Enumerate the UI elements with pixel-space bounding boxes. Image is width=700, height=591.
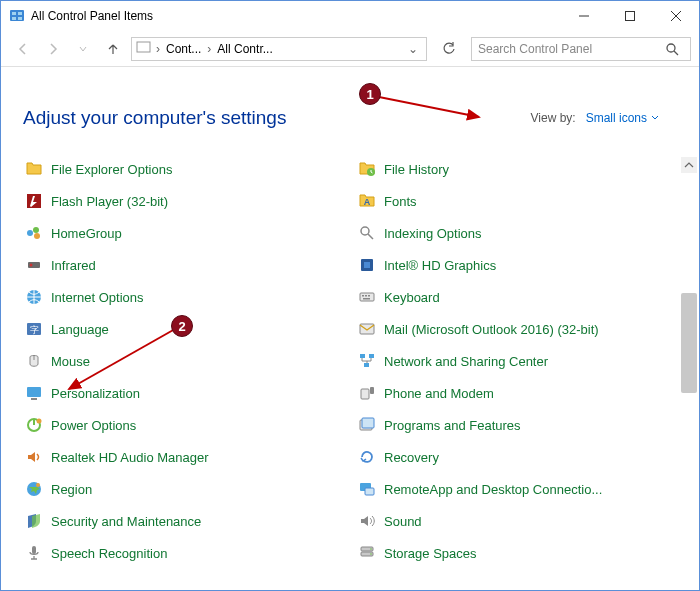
scrollbar-thumb[interactable] xyxy=(681,293,697,393)
cp-item-sound[interactable]: Sound xyxy=(356,505,679,537)
back-button[interactable] xyxy=(9,35,37,63)
svg-point-18 xyxy=(361,227,369,235)
chevron-down-icon xyxy=(651,115,659,121)
cp-item-region[interactable]: Region xyxy=(23,473,346,505)
language-icon: 字 xyxy=(25,320,43,338)
search-input[interactable] xyxy=(478,42,660,56)
folder-icon xyxy=(136,40,152,57)
security-icon xyxy=(25,512,43,530)
cp-item-indexing[interactable]: Indexing Options xyxy=(356,217,679,249)
cp-item-keyboard[interactable]: Keyboard xyxy=(356,281,679,313)
svg-point-54 xyxy=(370,553,372,555)
svg-point-53 xyxy=(370,548,372,550)
svg-rect-40 xyxy=(370,387,374,394)
cp-item-label: Keyboard xyxy=(384,290,440,305)
cp-item-internet[interactable]: Internet Options xyxy=(23,281,346,313)
cp-item-mail[interactable]: Mail (Microsoft Outlook 2016) (32-bit) xyxy=(356,313,679,345)
cp-item-security[interactable]: Security and Maintenance xyxy=(23,505,346,537)
cp-item-label: Region xyxy=(51,482,92,497)
speech-icon xyxy=(25,544,43,562)
cp-item-label: Recovery xyxy=(384,450,439,465)
cp-item-label: Mouse xyxy=(51,354,90,369)
recent-dropdown[interactable] xyxy=(69,35,97,63)
chevron-right-icon: › xyxy=(203,42,215,56)
cp-item-personalization[interactable]: Personalization xyxy=(23,377,346,409)
svg-point-43 xyxy=(37,419,42,424)
maximize-button[interactable] xyxy=(607,1,653,31)
annotation-badge-1: 1 xyxy=(359,83,381,105)
mouse-icon xyxy=(25,352,43,370)
cp-item-label: Personalization xyxy=(51,386,140,401)
cp-item-phone[interactable]: Phone and Modem xyxy=(356,377,679,409)
flash-icon xyxy=(25,192,43,210)
power-icon xyxy=(25,416,43,434)
address-bar[interactable]: › Cont... › All Contr... ⌄ xyxy=(131,37,427,61)
cp-item-recovery[interactable]: Recovery xyxy=(356,441,679,473)
cp-item-label: Fonts xyxy=(384,194,417,209)
cp-item-mouse[interactable]: Mouse xyxy=(23,345,346,377)
minimize-button[interactable] xyxy=(561,1,607,31)
svg-rect-27 xyxy=(365,295,367,297)
breadcrumb-cont[interactable]: Cont... xyxy=(164,42,203,56)
region-icon xyxy=(25,480,43,498)
cp-item-fonts[interactable]: AFonts xyxy=(356,185,679,217)
cp-item-programs[interactable]: Programs and Features xyxy=(356,409,679,441)
filehistory-icon xyxy=(358,160,376,178)
svg-point-15 xyxy=(27,230,33,236)
cp-item-folder[interactable]: File Explorer Options xyxy=(23,153,346,185)
svg-point-47 xyxy=(36,483,40,487)
svg-line-11 xyxy=(674,51,678,55)
view-by-label: View by: xyxy=(531,111,576,125)
forward-button[interactable] xyxy=(39,35,67,63)
cp-item-flash[interactable]: Flash Player (32-bit) xyxy=(23,185,346,217)
cp-item-infrared[interactable]: Infrared xyxy=(23,249,346,281)
nav-bar: › Cont... › All Contr... ⌄ xyxy=(1,31,699,67)
up-button[interactable] xyxy=(99,35,127,63)
window-title: All Control Panel Items xyxy=(31,9,561,23)
intel-icon xyxy=(358,256,376,274)
cp-item-homegroup[interactable]: HomeGroup xyxy=(23,217,346,249)
cp-item-label: Phone and Modem xyxy=(384,386,494,401)
recovery-icon xyxy=(358,448,376,466)
content-area: Adjust your computer's settings View by:… xyxy=(1,67,699,581)
close-button[interactable] xyxy=(653,1,699,31)
scrollbar-up-icon[interactable] xyxy=(681,157,697,173)
svg-rect-23 xyxy=(364,262,370,268)
svg-rect-26 xyxy=(362,295,364,297)
cp-item-label: Realtek HD Audio Manager xyxy=(51,450,209,465)
fonts-icon: A xyxy=(358,192,376,210)
view-by-dropdown[interactable]: Small icons xyxy=(586,111,659,125)
title-bar: All Control Panel Items xyxy=(1,1,699,31)
cp-item-storage[interactable]: Storage Spaces xyxy=(356,537,679,569)
cp-item-remoteapp[interactable]: RemoteApp and Desktop Connectio... xyxy=(356,473,679,505)
view-by-value-text: Small icons xyxy=(586,111,647,125)
app-icon xyxy=(9,8,25,24)
annotation-badge-2: 2 xyxy=(171,315,193,337)
cp-item-filehistory[interactable]: File History xyxy=(356,153,679,185)
svg-point-17 xyxy=(34,233,40,239)
svg-point-16 xyxy=(33,227,39,233)
search-box[interactable] xyxy=(471,37,691,61)
svg-rect-25 xyxy=(360,293,374,301)
cp-item-label: HomeGroup xyxy=(51,226,122,241)
cp-item-power[interactable]: Power Options xyxy=(23,409,346,441)
svg-rect-38 xyxy=(31,398,37,400)
cp-item-network[interactable]: Network and Sharing Center xyxy=(356,345,679,377)
svg-rect-9 xyxy=(137,42,150,52)
cp-item-intel[interactable]: Intel® HD Graphics xyxy=(356,249,679,281)
svg-line-19 xyxy=(368,234,373,239)
search-icon[interactable] xyxy=(660,42,684,56)
cp-item-label: Indexing Options xyxy=(384,226,482,241)
personalization-icon xyxy=(25,384,43,402)
svg-rect-4 xyxy=(18,17,22,20)
svg-rect-3 xyxy=(12,17,16,20)
refresh-button[interactable] xyxy=(435,35,463,63)
remoteapp-icon xyxy=(358,480,376,498)
svg-rect-1 xyxy=(12,12,16,15)
address-dropdown-icon[interactable]: ⌄ xyxy=(404,42,422,56)
cp-item-audio[interactable]: Realtek HD Audio Manager xyxy=(23,441,346,473)
cp-item-speech[interactable]: Speech Recognition xyxy=(23,537,346,569)
phone-icon xyxy=(358,384,376,402)
svg-point-21 xyxy=(30,264,33,267)
breadcrumb-allcontrol[interactable]: All Contr... xyxy=(215,42,274,56)
